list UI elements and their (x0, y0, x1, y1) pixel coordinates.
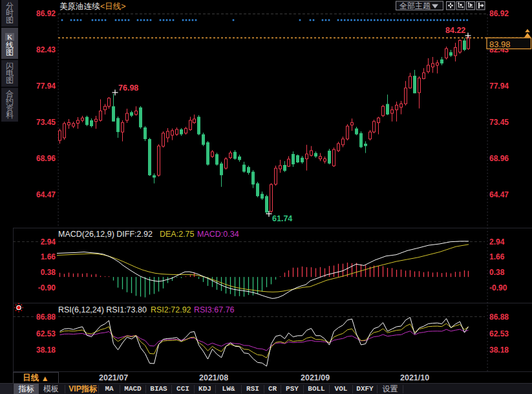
svg-text:86.92: 86.92 (489, 9, 509, 18)
svg-text:全部主题: 全部主题 (399, 1, 431, 10)
svg-text:RSI2:72.92: RSI2:72.92 (151, 305, 191, 314)
svg-text:77.94: 77.94 (489, 82, 509, 91)
svg-text:2.94: 2.94 (41, 237, 56, 246)
svg-text:1.66: 1.66 (489, 252, 505, 261)
svg-text:1.66: 1.66 (41, 252, 56, 261)
svg-text:68.96: 68.96 (489, 154, 509, 163)
svg-text:77.94: 77.94 (36, 82, 56, 91)
svg-text:0.38: 0.38 (41, 268, 56, 277)
svg-text:DEA:2.75: DEA:2.75 (160, 230, 195, 239)
svg-text:86.92: 86.92 (36, 9, 56, 18)
svg-text:-0.90: -0.90 (489, 283, 507, 292)
svg-text:38.18: 38.18 (489, 345, 509, 355)
svg-text:0.38: 0.38 (489, 268, 505, 277)
svg-text:美原油连续: 美原油连续 (59, 2, 100, 11)
svg-text:MACD(26,12,9) DIFF:2.92: MACD(26,12,9) DIFF:2.92 (58, 230, 153, 239)
svg-text:62.53: 62.53 (36, 329, 56, 338)
svg-text:86.88: 86.88 (36, 312, 56, 322)
svg-text:MACD:0.34: MACD:0.34 (197, 230, 239, 239)
svg-text:<日线>: <日线> (100, 2, 126, 11)
svg-text:82.43: 82.43 (36, 45, 56, 54)
svg-text:RSI3:67.76: RSI3:67.76 (194, 305, 235, 314)
svg-text:84.22: 84.22 (445, 26, 465, 35)
svg-text:-0.90: -0.90 (38, 283, 56, 292)
svg-text:73.45: 73.45 (489, 118, 509, 127)
svg-text:68.96: 68.96 (36, 154, 56, 163)
svg-text:64.47: 64.47 (489, 190, 509, 199)
svg-text:73.45: 73.45 (36, 118, 56, 127)
svg-text:83.98: 83.98 (489, 39, 511, 49)
svg-text:38.18: 38.18 (36, 345, 56, 355)
svg-text:62.53: 62.53 (489, 329, 509, 338)
svg-text:RSI(6,12,24) RSI1:73.80: RSI(6,12,24) RSI1:73.80 (58, 305, 147, 314)
svg-text:76.98: 76.98 (118, 83, 138, 93)
svg-text:64.47: 64.47 (36, 190, 56, 199)
svg-text:61.74: 61.74 (272, 214, 292, 223)
svg-text:2.94: 2.94 (489, 237, 505, 246)
svg-text:86.88: 86.88 (489, 312, 509, 322)
